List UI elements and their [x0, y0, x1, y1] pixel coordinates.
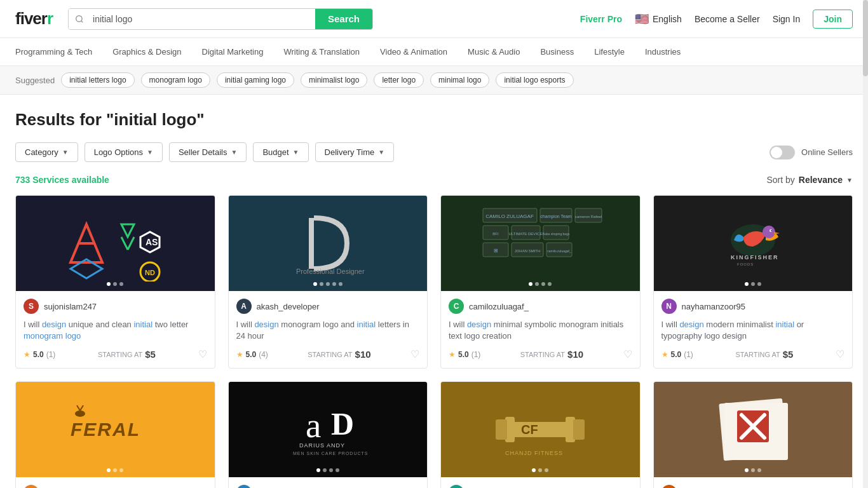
card-thumbnail-6: a D DARIUS ANDY MEN SKIN CARE PRODUCTS: [229, 382, 428, 477]
suggested-label: Suggested: [15, 76, 55, 85]
card-title-2: I will design monogram logo and initial …: [236, 319, 420, 342]
card-3[interactable]: CAMILO ZULUAGAF champion Team cameron Ra…: [440, 195, 641, 369]
nav-item-digital[interactable]: Digital Marketing: [202, 44, 264, 59]
results-info-bar: 733 Services available Sort by Relevance…: [15, 175, 853, 185]
nav-item-video[interactable]: Video & Animation: [380, 44, 447, 59]
filter-delivery-time[interactable]: Delivery Time ▼: [315, 142, 395, 162]
svg-point-0: [76, 15, 82, 21]
favorite-icon-2[interactable]: ♡: [410, 348, 419, 360]
price-section-3: STARTING AT $10: [520, 349, 583, 360]
search-icon: [69, 9, 90, 29]
svg-text:DARIUS ANDY: DARIUS ANDY: [299, 442, 345, 449]
card-4[interactable]: KINGFISHER FOODS N nayhamanzoor95 I will…: [653, 195, 853, 369]
dot: [119, 468, 123, 472]
seller-name-1[interactable]: sujonislam247: [44, 302, 97, 311]
price-2: $10: [355, 349, 371, 360]
svg-point-35: [771, 230, 772, 231]
price-section-1: STARTING AT $5: [98, 349, 156, 360]
nav-item-industries[interactable]: Industries: [645, 44, 681, 59]
svg-line-6: [128, 237, 134, 250]
search-input[interactable]: [90, 9, 315, 29]
card-1[interactable]: AS ND S sujonislam247: [15, 195, 215, 369]
search-button[interactable]: Search: [315, 9, 372, 29]
tag-letter[interactable]: letter logo: [374, 72, 424, 88]
avatar-5: F: [24, 485, 39, 488]
dot: [751, 282, 755, 286]
filter-seller-details[interactable]: Seller Details ▼: [169, 142, 247, 162]
avatar-7: C: [449, 485, 464, 488]
dot: [313, 282, 317, 286]
card-8[interactable]: X xquisite_logo I will design a professi…: [653, 381, 853, 488]
seller-row-6: D darius_andy: [236, 485, 420, 488]
tag-minimal[interactable]: minimal logo: [430, 72, 489, 88]
rating-3: ★ 5.0 (1): [449, 350, 480, 359]
svg-point-39: [75, 410, 85, 417]
filter-category[interactable]: Category ▼: [15, 142, 78, 162]
logo[interactable]: fiverr: [15, 9, 53, 29]
nav-item-business[interactable]: Business: [540, 44, 574, 59]
svg-text:ULTIMATE DEVICE: ULTIMATE DEVICE: [509, 232, 543, 236]
dot: [316, 468, 320, 472]
become-seller-link[interactable]: Become a Seller: [695, 14, 760, 24]
rating-1: ★ 5.0 (1): [24, 350, 55, 359]
sign-in-link[interactable]: Sign In: [773, 14, 801, 24]
favorite-icon-1[interactable]: ♡: [198, 348, 207, 360]
tag-minimalist[interactable]: minimalist logo: [301, 72, 367, 88]
tag-esports[interactable]: initial logo esports: [496, 72, 573, 88]
seller-name-2[interactable]: akash_developer: [257, 302, 320, 311]
carousel-dots-1: [107, 282, 123, 286]
card-body-1: S sujonislam247 I will design unique and…: [16, 291, 215, 368]
chevron-down-icon: ▼: [231, 149, 238, 156]
seller-name-4[interactable]: nayhamanzoor95: [682, 302, 745, 311]
svg-text:BFI: BFI: [493, 232, 499, 236]
card-5[interactable]: FERAL F feralseller: [15, 381, 215, 488]
tag-gaming[interactable]: initial gaming logo: [217, 72, 294, 88]
rating-value-4: 5.0: [671, 350, 682, 359]
nav-item-writing[interactable]: Writing & Translation: [283, 44, 360, 59]
nav-item-lifestyle[interactable]: Lifestyle: [594, 44, 625, 59]
favorite-icon-4[interactable]: ♡: [836, 348, 844, 360]
dot: [745, 282, 749, 286]
online-sellers-toggle[interactable]: [770, 146, 795, 159]
results-title: Results for "initial logo": [15, 110, 853, 130]
card-image-4: KINGFISHER FOODS: [654, 196, 853, 291]
seller-name-3[interactable]: camilozuluagaf_: [469, 302, 529, 311]
dot: [538, 468, 542, 472]
svg-rect-46: [512, 422, 569, 437]
dot: [113, 282, 117, 286]
scrollbar[interactable]: [863, 0, 868, 488]
card-2[interactable]: Professional Designer A akash_developer: [228, 195, 428, 369]
card-6[interactable]: a D DARIUS ANDY MEN SKIN CARE PRODUCTS D: [228, 381, 428, 488]
avatar-2: A: [236, 299, 252, 314]
tag-initial-letters[interactable]: initial letters logo: [61, 72, 134, 88]
seller-row-4: N nayhamanzoor95: [661, 299, 845, 314]
filter-budget[interactable]: Budget ▼: [253, 142, 308, 162]
svg-text:ND: ND: [145, 269, 155, 276]
avatar-8: X: [661, 485, 677, 488]
language-label: English: [653, 14, 682, 24]
star-icon: ★: [449, 350, 456, 359]
price-section-2: STARTING AT $10: [308, 349, 370, 360]
nav-item-graphics[interactable]: Graphics & Design: [112, 44, 181, 59]
card-7[interactable]: CF CHANJD FITNESS C chanjd_design I will…: [440, 381, 641, 488]
flag-icon: 🇺🇸: [635, 12, 649, 26]
join-button[interactable]: Join: [813, 10, 853, 29]
carousel-dots-8: [745, 468, 761, 472]
sort-control[interactable]: Sort by Relevance ▼: [766, 175, 853, 185]
favorite-icon-3[interactable]: ♡: [623, 348, 632, 360]
sort-value[interactable]: Relevance: [799, 175, 843, 185]
nav-item-music[interactable]: Music & Audio: [468, 44, 520, 59]
dot: [541, 282, 545, 286]
filter-logo-options[interactable]: Logo Options ▼: [85, 142, 163, 162]
rating-count-4: (1): [684, 350, 693, 359]
dot: [107, 282, 111, 286]
card-image-3: CAMILO ZULUAGAF champion Team cameron Ra…: [441, 196, 640, 291]
language-selector[interactable]: 🇺🇸 English: [635, 12, 682, 26]
nav-item-programming[interactable]: Programming & Tech: [15, 44, 92, 59]
scrollbar-thumb[interactable]: [863, 0, 868, 76]
svg-text:CF: CF: [521, 423, 538, 437]
fiverr-pro-link[interactable]: Fiverr Pro: [580, 14, 622, 24]
tag-monogram[interactable]: monogram logo: [141, 72, 210, 88]
seller-row-2: A akash_developer: [236, 299, 420, 314]
card-body-7: C chanjd_design I will create a bold ini…: [441, 477, 640, 488]
